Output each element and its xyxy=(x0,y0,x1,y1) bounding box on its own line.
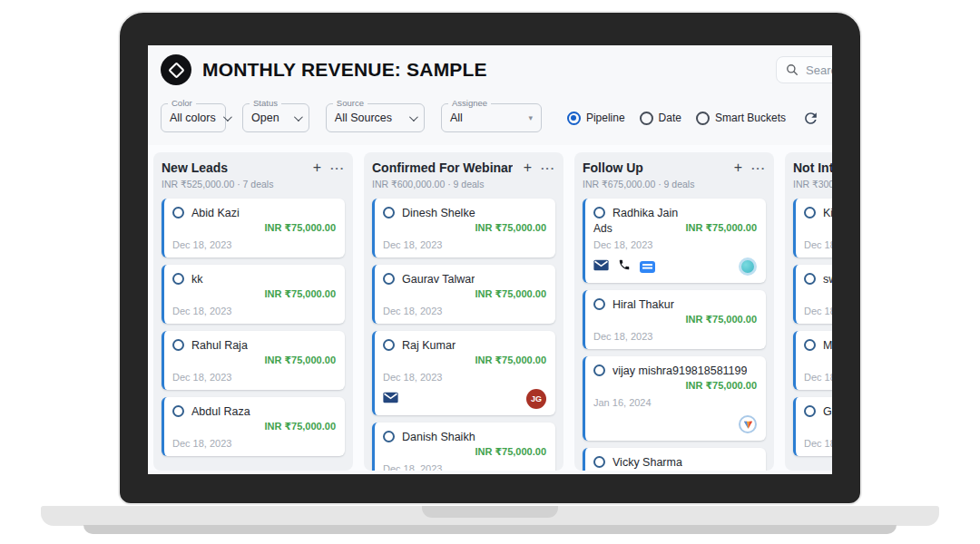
column-menu-button[interactable]: ··· xyxy=(330,162,345,174)
deal-amount: INR ₹75,000.00 xyxy=(264,421,336,432)
column-header: Confirmed For Webinar+··· xyxy=(372,160,555,175)
deal-card[interactable]: Abdul RazaINR ₹75,000.00Dec 18, 2023 xyxy=(162,397,345,456)
add-card-button[interactable]: + xyxy=(313,160,321,175)
deal-card[interactable]: Dinesh ShelkeINR ₹75,000.00Dec 18, 2023 xyxy=(372,199,555,257)
deal-card[interactable]: Vicky Sharma xyxy=(583,448,766,471)
chevron-down-icon xyxy=(294,112,303,121)
deal-checkbox[interactable] xyxy=(383,273,395,285)
deal-source-tag: Ads xyxy=(593,222,612,235)
column-title: Not Inte xyxy=(793,160,832,175)
deal-checkbox[interactable] xyxy=(383,339,395,351)
deal-checkbox[interactable] xyxy=(172,273,184,285)
deal-date: Dec 18, 2023 xyxy=(172,306,336,317)
kanban-board: New Leads+···INR ₹525,000.00 · 7 dealsAb… xyxy=(148,145,832,471)
deal-date: Dec 18, 2023 xyxy=(172,438,336,450)
add-card-button[interactable]: + xyxy=(734,160,742,175)
deal-card[interactable]: KiraDec 18, 2 xyxy=(793,199,832,257)
deal-name: Hiral Thakur xyxy=(612,298,674,311)
deal-card[interactable]: swaDec 18, 2 xyxy=(793,265,832,324)
deal-name: Rahul Raja xyxy=(191,339,248,352)
deal-amount: INR ₹75,000.00 xyxy=(685,380,757,392)
deal-checkbox[interactable] xyxy=(804,339,816,351)
view-option-pipeline[interactable]: Pipeline xyxy=(567,112,625,125)
phone-icon[interactable] xyxy=(618,258,631,275)
refresh-button[interactable] xyxy=(802,110,819,127)
deal-checkbox[interactable] xyxy=(172,207,184,219)
deal-card-header: Vicky Sharma xyxy=(593,454,757,470)
filter-bar: Color All colors Status Open Source All … xyxy=(148,94,832,145)
deal-checkbox[interactable] xyxy=(383,431,395,442)
deal-card[interactable]: MarDec 18, 2 xyxy=(793,331,832,390)
kanban-column: Not Inte+···INR ₹300,0KiraDec 18, 2swaDe… xyxy=(785,152,832,471)
deal-card[interactable]: Raj KumarINR ₹75,000.00Dec 18, 2023JG xyxy=(372,331,555,415)
deal-card[interactable]: Radhika JainAdsINR ₹75,000.00Dec 18, 202… xyxy=(583,199,766,283)
search-icon xyxy=(786,63,799,76)
deal-amount-row: INR ₹75,000.00 xyxy=(172,221,336,235)
column-summary: INR ₹525,000.00 · 7 deals xyxy=(162,179,345,189)
deal-card[interactable]: Hiral ThakurINR ₹75,000.00Dec 18, 2023 xyxy=(583,290,766,349)
deal-checkbox[interactable] xyxy=(593,364,605,376)
deal-card[interactable]: Rahul RajaINR ₹75,000.00Dec 18, 2023 xyxy=(162,331,345,390)
laptop-base xyxy=(41,506,939,526)
deal-date: Dec 18, 2023 xyxy=(383,372,546,384)
chat-icon[interactable] xyxy=(640,261,655,273)
deal-actions-row xyxy=(593,414,757,434)
deal-name: swa xyxy=(823,273,832,286)
deal-card-header: Mar xyxy=(804,337,832,353)
column-menu-button[interactable]: ··· xyxy=(541,162,555,174)
deal-date: Dec 18, 2 xyxy=(804,438,832,450)
deal-amount-row: INR ₹75,000.00 xyxy=(172,287,336,301)
deal-card[interactable]: Danish ShaikhINR ₹75,000.00Dec 18, 2023 xyxy=(372,423,555,471)
radio-icon[interactable] xyxy=(640,112,653,125)
column-summary: INR ₹675,000.00 · 9 deals xyxy=(583,179,766,189)
deal-checkbox[interactable] xyxy=(172,405,184,417)
deal-amount: INR ₹75,000.00 xyxy=(475,355,546,366)
column-menu-button[interactable]: ··· xyxy=(751,162,766,174)
page-title: MONTHLY REVENUE: SAMPLE xyxy=(202,59,487,81)
deal-amount-row: INR ₹75,000.00 xyxy=(593,379,757,393)
view-option-smart-buckets[interactable]: Smart Buckets xyxy=(696,112,786,125)
radio-icon[interactable] xyxy=(696,112,710,125)
view-option-date[interactable]: Date xyxy=(640,112,681,125)
radio-icon[interactable] xyxy=(567,112,581,125)
deal-checkbox[interactable] xyxy=(804,405,816,417)
deal-checkbox[interactable] xyxy=(383,207,395,219)
status-filter-select[interactable]: Status Open xyxy=(242,103,309,132)
color-filter-select[interactable]: Color All colors xyxy=(161,103,226,132)
assignee-avatar[interactable]: JG xyxy=(526,389,546,409)
deal-amount-row: INR ₹75,000.00 xyxy=(593,313,757,326)
deal-checkbox[interactable] xyxy=(804,273,816,285)
assignee-avatar[interactable] xyxy=(739,257,757,276)
deal-card[interactable]: vijay mishra919818581199INR ₹75,000.00Ja… xyxy=(583,356,766,441)
mail-icon[interactable] xyxy=(593,258,609,275)
search-input[interactable]: Search xyxy=(776,56,832,83)
mail-icon[interactable] xyxy=(383,391,398,407)
ads-source-icon[interactable] xyxy=(739,415,757,433)
deal-amount-row: INR ₹75,000.00 xyxy=(383,221,546,235)
deal-amount-row: INR ₹75,000.00 xyxy=(383,287,546,301)
deal-amount: INR ₹75,000.00 xyxy=(475,222,546,234)
deal-checkbox[interactable] xyxy=(593,207,605,219)
deal-card-header: Gar xyxy=(804,403,832,419)
assignee-filter-select[interactable]: Assignee All ▾ xyxy=(441,103,542,132)
deal-card[interactable]: GarDec 18, 2 xyxy=(793,397,832,456)
view-option-label: Smart Buckets xyxy=(715,112,786,124)
deal-card[interactable]: Gaurav TalwarINR ₹75,000.00Dec 18, 2023 xyxy=(372,265,555,324)
deal-name: Gaurav Talwar xyxy=(402,273,475,286)
deal-card[interactable]: Abid KaziINR ₹75,000.00Dec 18, 2023 xyxy=(162,199,345,257)
chevron-down-icon xyxy=(223,112,232,121)
deal-date: Dec 18, 2023 xyxy=(593,331,757,343)
add-card-button[interactable]: + xyxy=(524,160,532,175)
deal-card[interactable]: kkINR ₹75,000.00Dec 18, 2023 xyxy=(162,265,345,324)
deal-checkbox[interactable] xyxy=(804,207,816,219)
deal-checkbox[interactable] xyxy=(593,456,605,468)
deal-name: Abid Kazi xyxy=(191,207,240,219)
deal-date: Dec 18, 2023 xyxy=(172,372,336,384)
app-header: MONTHLY REVENUE: SAMPLE Search xyxy=(148,45,832,94)
app-screen: MONTHLY REVENUE: SAMPLE Search Color All… xyxy=(148,45,832,474)
column-header: New Leads+··· xyxy=(162,160,345,175)
deal-checkbox[interactable] xyxy=(593,298,605,310)
deal-amount: INR ₹75,000.00 xyxy=(264,288,336,300)
source-filter-select[interactable]: Source All Sources xyxy=(326,103,425,132)
deal-checkbox[interactable] xyxy=(172,339,184,351)
